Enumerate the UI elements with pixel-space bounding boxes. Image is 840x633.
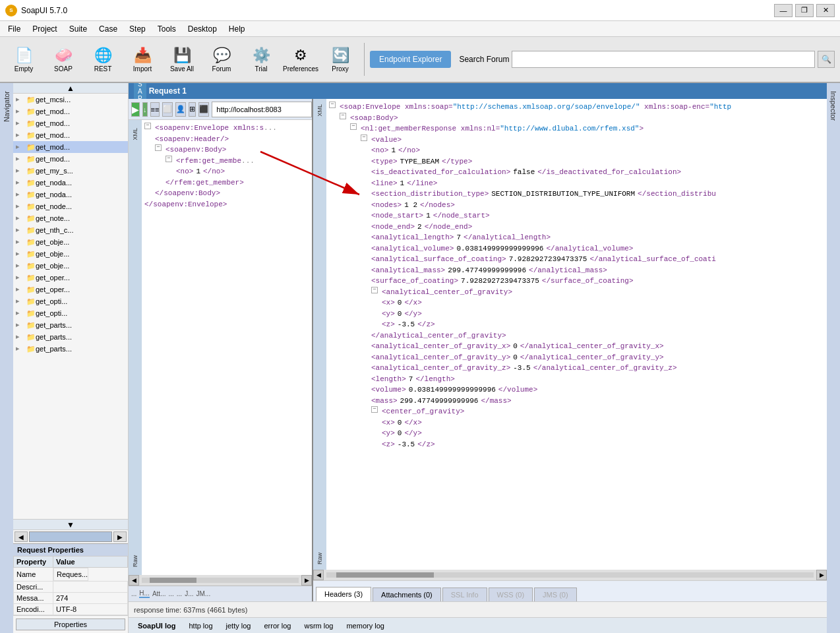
url-input[interactable] — [212, 102, 312, 117]
menu-project[interactable]: Project — [27, 23, 62, 35]
sidebar-item-12[interactable]: ▸ 📁 get_obje... — [13, 236, 128, 248]
left-hscroll[interactable]: ◀ ▶ — [129, 575, 312, 586]
log-tab-memory[interactable]: memory log — [342, 620, 388, 631]
sidebar-item-10[interactable]: ▸ 📁 get_note... — [13, 212, 128, 224]
r-tag-14: <analytical_surface_of_coating> — [371, 254, 506, 265]
log-tab-wsrm[interactable]: wsrm log — [300, 620, 337, 631]
toolbar-forum-button[interactable]: 💬 Forum — [203, 40, 240, 78]
toolbar-import-button[interactable]: 📥 Import — [124, 40, 161, 78]
collapse-0[interactable]: − — [144, 123, 151, 129]
menu-desktop[interactable]: Desktop — [183, 23, 222, 35]
sidebar-item-4[interactable]: ▸ 📁 get_mod... — [13, 141, 128, 153]
tab-headers[interactable]: Headers (3) — [316, 587, 371, 601]
sidebar-item-21[interactable]: ▸ 📁 get_parts... — [13, 343, 128, 355]
menu-tools[interactable]: Tools — [152, 23, 181, 35]
close-button[interactable]: ✕ — [816, 4, 835, 17]
sidebar-scroll-track[interactable] — [29, 531, 112, 542]
sidebar-item-1[interactable]: ▸ 📁 get_mod... — [13, 106, 128, 117]
toolbar-soap-button[interactable]: 🧼 SOAP — [45, 40, 82, 78]
mini-tab-1[interactable]: H... — [139, 589, 150, 598]
run-button[interactable]: ▶ — [131, 102, 140, 117]
collapse-2[interactable]: − — [155, 144, 162, 151]
sidebar-item-11[interactable]: ▸ 📁 get_nth_c... — [13, 224, 128, 236]
sidebar-item-17[interactable]: ▸ 📁 get_opti... — [13, 295, 128, 307]
format-button[interactable]: ≡≡ — [150, 102, 160, 117]
r-collapse-17[interactable]: − — [371, 287, 378, 293]
collapse-3[interactable]: − — [165, 156, 172, 162]
mini-tab-0[interactable]: ... — [131, 590, 136, 597]
left-xml-code[interactable]: − <soapenv:Envelope xmlns:s... <soapenv:… — [142, 120, 312, 575]
stop2-button[interactable]: ⬛ — [198, 102, 209, 117]
toolbar-empty-button[interactable]: 📄 Empty — [5, 40, 42, 78]
add-assertion-button[interactable]: 👤 — [175, 102, 186, 117]
maximize-button[interactable]: ❐ — [795, 4, 814, 17]
toolbar-saveall-button[interactable]: 💾 Save All — [164, 40, 200, 78]
beautify-button[interactable]: ⬜ — [162, 102, 173, 117]
xml-closetag-4: </no> — [203, 166, 225, 177]
sidebar-item-9[interactable]: ▸ 📁 get_node... — [13, 200, 128, 212]
mini-tab-3[interactable]: ... — [168, 590, 173, 597]
toolbar-rest-button[interactable]: 🌐 REST — [84, 40, 121, 78]
sidebar-item-20[interactable]: ▸ 📁 get_parts... — [13, 331, 128, 343]
sidebar-item-14[interactable]: ▸ 📁 get_obje... — [13, 260, 128, 272]
r-collapse-0[interactable]: − — [329, 102, 336, 108]
search-submit-button[interactable]: 🔍 — [818, 51, 835, 68]
log-tab-jetty[interactable]: jetty log — [222, 620, 255, 631]
expand-button[interactable]: ⊞ — [189, 102, 196, 117]
hscroll-left-btn[interactable]: ◀ — [129, 575, 139, 586]
log-tab-http[interactable]: http log — [185, 620, 216, 631]
search-input[interactable] — [512, 51, 815, 68]
toolbar-preferences-button[interactable]: ⚙ Preferences — [282, 40, 319, 78]
tab-attachments[interactable]: Attachments (0) — [373, 588, 441, 601]
tab-jms[interactable]: JMS (0) — [534, 588, 577, 601]
sidebar-item-18[interactable]: ▸ 📁 get_opti... — [13, 307, 128, 319]
r-collapse-2[interactable]: − — [350, 123, 357, 130]
menu-case[interactable]: Case — [94, 23, 123, 35]
menu-step[interactable]: Step — [124, 23, 151, 35]
toolbar-proxy-button[interactable]: 🔄 Proxy — [322, 40, 359, 78]
tab-wss[interactable]: WSS (0) — [489, 588, 533, 601]
log-tab-soapui[interactable]: SoapUI log — [134, 620, 179, 631]
sidebar-item-13[interactable]: ▸ 📁 get_obje... — [13, 248, 128, 260]
mini-tab-5[interactable]: J... — [185, 590, 193, 597]
r-collapse-1[interactable]: − — [340, 113, 346, 119]
r-hscroll-left-btn[interactable]: ◀ — [313, 570, 324, 580]
endpoint-explorer-button[interactable]: Endpoint Explorer — [370, 51, 451, 68]
menu-help[interactable]: Help — [224, 23, 251, 35]
sidebar-right-scroll[interactable]: ▶ — [113, 531, 127, 542]
stop-button[interactable]: ↓ — [142, 102, 148, 117]
sidebar-item-3[interactable]: ▸ 📁 get_mod... — [13, 129, 128, 141]
r-collapse-3[interactable]: − — [361, 135, 367, 141]
sidebar-item-15[interactable]: ▸ 📁 get_oper... — [13, 272, 128, 284]
request-tab[interactable]: Request 1 — [149, 86, 187, 96]
mini-tab-2[interactable]: Att... — [152, 590, 166, 597]
sidebar-item-19[interactable]: ▸ 📁 get_parts... — [13, 319, 128, 331]
r-hscroll-right-btn[interactable]: ▶ — [816, 570, 827, 580]
mini-tab-4[interactable]: ... — [177, 590, 182, 597]
item-folder-icon-18: 📁 — [26, 309, 36, 318]
sidebar-item-0[interactable]: ▸ 📁 get_mcsi... — [13, 94, 128, 106]
sidebar-scroll-down[interactable]: ▼ — [13, 519, 128, 529]
menu-suite[interactable]: Suite — [64, 23, 92, 35]
menu-file[interactable]: File — [3, 23, 26, 35]
sidebar-item-16[interactable]: ▸ 📁 get_oper... — [13, 284, 128, 295]
minimize-button[interactable]: — — [774, 4, 793, 17]
hscroll-right-btn[interactable]: ▶ — [301, 575, 312, 586]
sidebar-item-8[interactable]: ▸ 📁 get_noda... — [13, 189, 128, 200]
r-collapse-28[interactable]: − — [371, 406, 378, 413]
right-xml-code[interactable]: − <soap:Envelope xmlns:soap="http://sche… — [326, 99, 827, 570]
properties-button[interactable]: Properties — [16, 618, 125, 630]
sidebar-left-scroll[interactable]: ◀ — [15, 531, 28, 542]
sidebar-scroll-up[interactable]: ▲ — [13, 83, 128, 94]
toolbar-trial-button[interactable]: ⚙️ Trial — [243, 40, 280, 78]
sidebar-item-5[interactable]: ▸ 📁 get_mod... — [13, 153, 128, 165]
prop-value-0[interactable]: Reques... — [53, 568, 88, 581]
log-tab-error[interactable]: error log — [260, 620, 295, 631]
title-bar-controls[interactable]: — ❐ ✕ — [774, 4, 835, 17]
sidebar-item-6[interactable]: ▸ 📁 get_my_s... — [13, 165, 128, 177]
tab-ssl[interactable]: SSL Info — [442, 588, 487, 601]
right-hscroll[interactable]: ◀ ▶ — [313, 570, 827, 580]
sidebar-item-7[interactable]: ▸ 📁 get_noda... — [13, 177, 128, 189]
sidebar-item-2[interactable]: ▸ 📁 get_mod... — [13, 117, 128, 129]
mini-tab-6[interactable]: JM... — [196, 590, 211, 597]
